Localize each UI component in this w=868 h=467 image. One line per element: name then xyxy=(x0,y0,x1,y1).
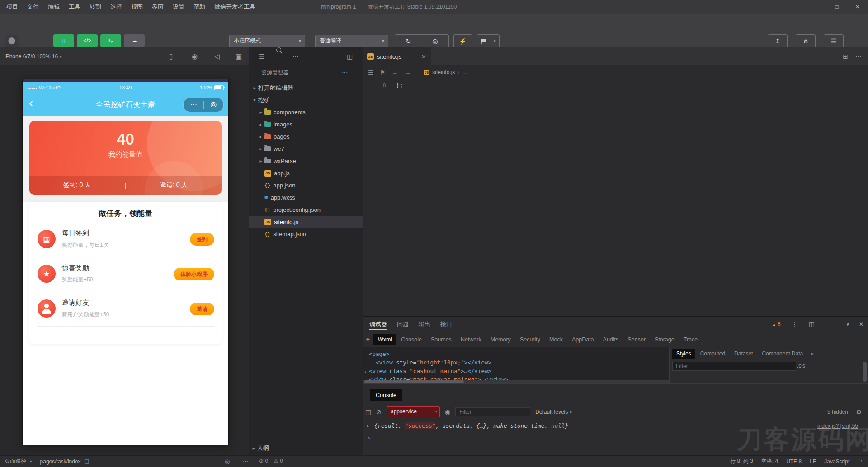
audio-icon[interactable]: ◁ xyxy=(214,47,220,65)
tree-item-wxParse[interactable]: ▸wxParse xyxy=(249,155,363,167)
devtools-tab-Memory[interactable]: Memory xyxy=(486,334,515,345)
maximize-icon[interactable]: □ xyxy=(826,0,847,14)
styles-tab-Dataset[interactable]: Dataset xyxy=(730,349,757,359)
menubar-item[interactable]: 界面 xyxy=(147,0,168,14)
wxml-line[interactable]: ▸<view class="cashout_maina">…</view> xyxy=(363,367,669,375)
debugger-tab-输出[interactable]: 输出 xyxy=(414,317,435,332)
task-action-button[interactable]: 签到 xyxy=(190,233,214,246)
device-select[interactable]: iPhone 6/7/8 100% 16▾ xyxy=(5,47,62,66)
tree-item-app.js[interactable]: JSapp.js xyxy=(249,167,363,179)
menubar-item[interactable]: 选择 xyxy=(106,0,127,14)
status-item[interactable]: 行 8, 列 3 xyxy=(730,458,753,465)
more-tabs-icon[interactable]: » xyxy=(811,350,814,357)
page-path-select[interactable]: 页面路径 xyxy=(5,458,26,465)
console-prompt[interactable]: › xyxy=(363,432,868,444)
menubar-item[interactable]: 设置 xyxy=(168,0,189,14)
devtools-tab-Console[interactable]: Console xyxy=(396,334,426,345)
task-action-button[interactable]: 体验小程序 xyxy=(174,268,214,280)
devtools-tab-Network[interactable]: Network xyxy=(456,334,486,345)
problems-counters[interactable]: ⊘ 0 ⚠ 0 xyxy=(259,456,283,467)
devtools-tab-Trace[interactable]: Trace xyxy=(679,334,703,345)
wxml-line[interactable]: <page> xyxy=(363,350,669,358)
collapse-sidebar-icon[interactable]: ◫ xyxy=(347,47,353,65)
clear-cache-icon[interactable]: ▤ xyxy=(481,37,487,45)
device-icon[interactable]: ▯ xyxy=(169,47,173,65)
kebab-menu-icon[interactable]: ⋮ xyxy=(792,321,798,328)
current-page-path[interactable]: pages/task/index xyxy=(40,458,81,465)
devtools-tab-Mock[interactable]: Mock xyxy=(545,334,567,345)
inspector-button[interactable]: ⇆ xyxy=(100,34,121,47)
screenshot-icon[interactable]: ▣ xyxy=(236,47,242,65)
console-filter-input[interactable] xyxy=(455,407,530,416)
compile-icon[interactable]: ↻ xyxy=(406,37,411,45)
breadcrumb-file[interactable]: JS siteinfo.js › … xyxy=(424,69,467,75)
devtools-tab-AppData[interactable]: AppData xyxy=(567,334,599,345)
menubar-item[interactable]: 转到 xyxy=(85,0,106,14)
capsule-more-icon[interactable]: ⋯ xyxy=(184,98,203,112)
navigate-back-icon[interactable]: ← xyxy=(392,69,398,76)
inspect-element-icon[interactable]: ⌖ xyxy=(366,336,370,343)
status-item[interactable]: UTF-8 xyxy=(786,458,802,465)
tree-item-sitemap.json[interactable]: {}sitemap.json xyxy=(249,228,363,240)
console-sidebar-icon[interactable]: ◫ xyxy=(365,408,371,416)
copy-path-icon[interactable]: ❏ xyxy=(85,458,90,465)
bookmark-icon[interactable]: ⚑ xyxy=(380,69,386,76)
more-actions-icon[interactable]: ⋯ xyxy=(855,53,862,60)
vertical-scrollbar[interactable] xyxy=(863,362,867,382)
capsule-home-icon[interactable]: ◎ xyxy=(204,98,224,112)
minimize-icon[interactable]: ─ xyxy=(806,0,826,14)
file-list-icon[interactable]: ☰ xyxy=(259,47,265,65)
status-item[interactable]: LF xyxy=(810,458,816,465)
tree-item-project.config.json[interactable]: {}project.config.json xyxy=(249,204,363,216)
menubar-item[interactable]: 项目 xyxy=(2,0,23,14)
tree-item-打开的编辑器[interactable]: ▸打开的编辑器 xyxy=(249,82,363,94)
debugger-tab-接口[interactable]: 接口 xyxy=(435,317,457,332)
devtools-tab-Wxml[interactable]: Wxml xyxy=(373,334,396,345)
tree-item-images[interactable]: ▸images xyxy=(249,118,363,131)
tree-item-siteinfo.js[interactable]: JSsiteinfo.js xyxy=(249,216,363,228)
styles-filter-input[interactable] xyxy=(672,362,796,371)
dock-side-icon[interactable]: ◫ xyxy=(809,321,815,328)
search-icon[interactable] xyxy=(276,47,281,52)
log-levels-select[interactable]: Default levels▾ xyxy=(535,409,572,415)
outline-section[interactable]: ▸ 大纲 xyxy=(249,441,363,455)
details-button[interactable]: ☰ xyxy=(824,34,844,48)
expand-log-icon[interactable]: ▸ xyxy=(367,420,369,432)
upload-button[interactable]: ↥ xyxy=(768,34,788,48)
styles-tab-Computed[interactable]: Computed xyxy=(696,349,729,359)
chevron-down-icon[interactable]: ▾ xyxy=(494,39,496,43)
debugger-tab-问题[interactable]: 问题 xyxy=(392,317,414,332)
record-icon[interactable]: ◉ xyxy=(192,47,198,65)
split-editor-icon[interactable]: ⊞ xyxy=(843,53,848,60)
devtools-tab-Sensor[interactable]: Sensor xyxy=(623,334,650,345)
live-expression-icon[interactable]: ◉ xyxy=(445,408,450,416)
close-panel-icon[interactable]: ✕ xyxy=(859,321,863,327)
clear-console-icon[interactable]: ⊘ xyxy=(376,408,382,416)
task-action-button[interactable]: 邀请 xyxy=(190,303,214,315)
devtools-tab-Security[interactable]: Security xyxy=(515,334,545,345)
version-manage-button[interactable]: ⋔ xyxy=(796,34,816,48)
outline-list-icon[interactable]: ☰ xyxy=(368,69,373,76)
menubar-item[interactable]: 工具 xyxy=(64,0,85,14)
horizontal-scrollbar[interactable] xyxy=(363,380,669,383)
debugger-tab-调试器[interactable]: 调试器 xyxy=(364,317,392,332)
simulator-button[interactable]: ▯ xyxy=(53,34,74,47)
devtools-tab-Audits[interactable]: Audits xyxy=(599,334,623,345)
tree-item-挖矿[interactable]: ▾挖矿 xyxy=(249,94,363,106)
preview-eye-icon[interactable]: ◎ xyxy=(225,456,230,467)
console-tab[interactable]: Console xyxy=(370,389,402,401)
tree-item-components[interactable]: ▸components xyxy=(249,106,363,118)
menubar-item[interactable]: 文件 xyxy=(23,0,43,14)
menubar-item[interactable]: 视图 xyxy=(127,0,147,14)
status-item[interactable]: 空格: 4 xyxy=(761,458,778,465)
status-item[interactable]: JavaScript xyxy=(824,458,849,465)
navigate-forward-icon[interactable]: → xyxy=(405,69,410,76)
cloud-dev-button[interactable]: ☁ xyxy=(124,34,145,47)
collapse-panel-icon[interactable]: ∧ xyxy=(846,321,850,327)
preview-icon[interactable]: ◎ xyxy=(432,37,438,45)
menubar-item[interactable]: 编辑 xyxy=(43,0,64,14)
editor-button[interactable]: </> xyxy=(77,34,98,47)
cls-toggle-button[interactable]: .cls xyxy=(797,363,805,369)
tree-item-pages[interactable]: ▸pages xyxy=(249,131,363,143)
styles-tab-Styles[interactable]: Styles xyxy=(672,349,695,359)
